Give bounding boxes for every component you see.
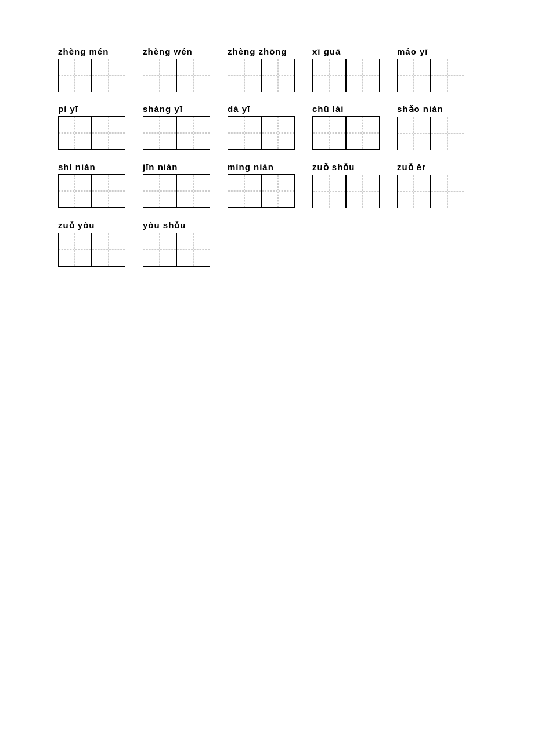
- word-label: shàng yī: [143, 104, 183, 114]
- word-block: zuǒ ěr: [397, 162, 464, 208]
- char-box: [312, 175, 346, 208]
- char-boxes: [312, 59, 380, 92]
- char-box: [176, 116, 210, 150]
- char-boxes: [143, 233, 210, 267]
- char-box: [58, 59, 92, 92]
- char-boxes: [228, 59, 295, 92]
- char-box: [143, 116, 176, 150]
- char-box: [143, 59, 176, 92]
- word-block: zuǒ shǒu: [312, 162, 380, 208]
- word-label: zhèng zhōng: [228, 46, 287, 56]
- word-block: zhèng wén: [143, 46, 210, 92]
- char-box: [431, 59, 464, 92]
- char-box: [176, 174, 210, 208]
- word-block: pí yī: [58, 104, 125, 150]
- char-box: [228, 116, 261, 150]
- char-box: [346, 175, 380, 208]
- char-box: [176, 233, 210, 267]
- char-boxes: [312, 175, 380, 208]
- char-box: [397, 59, 431, 92]
- char-box: [312, 59, 346, 92]
- char-box: [397, 117, 431, 150]
- char-box: [58, 174, 92, 208]
- char-boxes: [58, 59, 125, 92]
- char-box: [58, 116, 92, 150]
- word-label: zuǒ shǒu: [312, 162, 355, 172]
- char-boxes: [58, 116, 125, 150]
- word-block: zuǒ yòu: [58, 220, 125, 267]
- char-box: [431, 175, 464, 208]
- char-box: [346, 59, 380, 92]
- char-box: [92, 59, 125, 92]
- word-block: jīn nián: [143, 162, 210, 208]
- char-boxes: [397, 175, 464, 208]
- word-block: shǎo nián: [397, 104, 464, 150]
- word-block: zhèng zhōng: [228, 46, 295, 92]
- char-box: [58, 233, 92, 267]
- char-boxes: [58, 174, 125, 208]
- word-label: zuǒ yòu: [58, 220, 95, 231]
- word-label: zhèng mén: [58, 46, 109, 56]
- word-label: shǎo nián: [397, 104, 443, 114]
- char-box: [143, 233, 176, 267]
- word-label: yòu shǒu: [143, 220, 186, 231]
- word-label: shí nián: [58, 162, 96, 172]
- char-box: [397, 175, 431, 208]
- char-boxes: [143, 116, 210, 150]
- char-boxes: [228, 116, 295, 150]
- char-box: [431, 117, 464, 150]
- word-label: zuǒ ěr: [397, 162, 426, 172]
- char-box: [176, 59, 210, 92]
- char-box: [261, 174, 295, 208]
- char-boxes: [143, 59, 210, 92]
- char-box: [92, 116, 125, 150]
- word-label: máo yī: [397, 46, 428, 56]
- char-box: [228, 59, 261, 92]
- word-label: xī guā: [312, 46, 341, 56]
- char-box: [143, 174, 176, 208]
- char-box: [228, 174, 261, 208]
- char-boxes: [397, 117, 464, 150]
- char-box: [92, 174, 125, 208]
- word-grid: zhèng ménzhèng wénzhèng zhōngxī guāmáo y…: [58, 46, 476, 267]
- char-boxes: [397, 59, 464, 92]
- word-block: yòu shǒu: [143, 220, 210, 267]
- word-block: zhèng mén: [58, 46, 125, 92]
- word-block: xī guā: [312, 46, 380, 92]
- word-label: pí yī: [58, 104, 78, 114]
- char-box: [312, 116, 346, 150]
- word-block: chū lái: [312, 104, 380, 150]
- char-boxes: [312, 116, 380, 150]
- word-label: zhèng wén: [143, 46, 193, 56]
- char-boxes: [228, 174, 295, 208]
- word-block: shí nián: [58, 162, 125, 208]
- word-label: míng nián: [228, 162, 274, 172]
- char-box: [261, 59, 295, 92]
- char-boxes: [58, 233, 125, 267]
- word-label: dà yī: [228, 104, 250, 114]
- word-label: jīn nián: [143, 162, 178, 172]
- char-box: [92, 233, 125, 267]
- word-block: míng nián: [228, 162, 295, 208]
- char-box: [261, 116, 295, 150]
- char-box: [346, 116, 380, 150]
- word-label: chū lái: [312, 104, 344, 114]
- word-block: dà yī: [228, 104, 295, 150]
- word-block: shàng yī: [143, 104, 210, 150]
- word-block: máo yī: [397, 46, 464, 92]
- char-boxes: [143, 174, 210, 208]
